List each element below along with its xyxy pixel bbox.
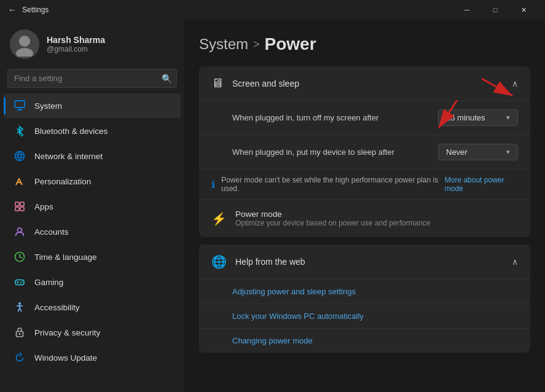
titlebar-controls: ─ □ ✕ [453,0,538,20]
breadcrumb: System > Power [199,34,530,54]
sidebar-item-label-accounts: Accounts [34,227,69,237]
svg-point-25 [18,302,21,305]
svg-rect-14 [15,207,19,211]
back-button[interactable]: ← [7,5,17,15]
breadcrumb-current: Power [265,34,316,54]
apps-nav-icon [14,200,26,213]
sidebar-item-privacy[interactable]: Privacy & security [4,320,181,345]
help-web-title: Help from the web [235,257,305,267]
sleep-dropdown-arrow-icon: ▾ [506,148,510,156]
svg-point-31 [19,333,21,335]
search-input[interactable] [7,69,177,88]
bluetooth-nav-icon [14,125,26,137]
sidebar-item-accessibility[interactable]: Accessibility [4,295,181,319]
monitor-icon: 🖥 [211,76,224,90]
power-mode-title: Power mode [235,210,431,219]
screen-sleep-title: Screen and sleep [232,79,299,88]
screen-off-label: When plugged in, turn off my screen afte… [232,113,378,122]
help-link-1[interactable]: Lock your Windows PC automatically [199,304,530,328]
breadcrumb-parent: System [199,36,248,53]
user-name: Harsh Sharma [47,35,105,45]
time-nav-icon [14,251,26,263]
sleep-row: When plugged in, put my device to sleep … [199,135,530,169]
power-mode-subtitle: Optimize your device based on power use … [235,219,431,227]
screen-sleep-header-left: 🖥 Screen and sleep [211,76,299,90]
titlebar: ← Settings ─ □ ✕ [0,0,545,20]
power-mode-icon: ⚡ [211,211,227,226]
sidebar-item-label-system: System [34,101,62,111]
main-container: Harsh Sharma @gmail.com 🔍 SystemBluetoot… [0,20,545,392]
svg-point-1 [16,48,33,57]
titlebar-left: ← Settings [7,5,49,15]
svg-point-8 [15,152,25,161]
info-row: ℹ Power mode can't be set while the high… [199,169,530,199]
sleep-value: Never [446,147,468,157]
minimize-button[interactable]: ─ [453,0,481,20]
power-mode-text: Power mode Optimize your device based on… [235,210,431,227]
screen-off-value: 15 minutes [446,113,485,122]
sidebar-item-label-network: Network & internet [34,152,103,161]
globe-icon: 🌐 [211,254,227,269]
sidebar-item-network[interactable]: Network & internet [4,144,181,168]
sidebar-item-label-bluetooth: Bluetooth & devices [34,127,108,136]
user-profile[interactable]: Harsh Sharma @gmail.com [0,20,184,66]
svg-point-16 [18,228,22,232]
info-text: Power mode can't be set while the high p… [221,176,439,193]
sidebar-item-label-personalization: Personalization [34,177,91,186]
titlebar-title: Settings [22,6,49,14]
screen-sleep-card: 🖥 Screen and sleep ∧ When plugged in, tu… [199,66,530,237]
update-nav-icon [14,351,26,364]
sidebar-item-label-privacy: Privacy & security [34,328,100,337]
sidebar-item-apps[interactable]: Apps [4,194,181,219]
sidebar-item-update[interactable]: Windows Update [4,345,181,370]
svg-rect-12 [15,202,19,206]
help-web-header[interactable]: 🌐 Help from the web ∧ [199,245,530,279]
avatar [10,29,39,59]
info-link[interactable]: More about power mode [445,176,518,193]
search-icon: 🔍 [162,74,172,84]
sidebar-item-personalization[interactable]: Personalization [4,169,181,194]
search-container: 🔍 [7,69,177,88]
svg-rect-15 [20,207,24,211]
sidebar-item-time[interactable]: Time & language [4,245,181,269]
svg-rect-20 [15,280,24,285]
svg-rect-13 [20,202,24,206]
user-info: Harsh Sharma @gmail.com [47,35,105,53]
sidebar-item-label-accessibility: Accessibility [34,303,80,312]
sleep-label: When plugged in, put my device to sleep … [232,147,394,157]
network-nav-icon [14,150,26,162]
svg-rect-2 [15,101,25,108]
sidebar-item-system[interactable]: System [4,93,181,118]
help-link-0[interactable]: Adjusting power and sleep settings [199,279,530,304]
help-web-card: 🌐 Help from the web ∧ Adjusting power an… [199,245,530,353]
accessibility-nav-icon [14,301,26,313]
breadcrumb-sep: > [253,38,260,51]
sleep-dropdown[interactable]: Never ▾ [438,144,518,160]
close-button[interactable]: ✕ [509,0,538,20]
system-nav-icon [14,100,26,112]
chevron-up-icon: ∧ [512,79,518,88]
sidebar-item-accounts[interactable]: Accounts [4,219,181,244]
sidebar-item-bluetooth[interactable]: Bluetooth & devices [4,119,181,143]
screen-sleep-header[interactable]: 🖥 Screen and sleep ∧ [199,66,530,100]
accounts-nav-icon [14,225,26,238]
sidebar-item-label-update: Windows Update [34,353,97,363]
avatar-icon [10,29,39,59]
gaming-nav-icon [14,276,26,288]
nav-list: SystemBluetooth & devicesNetwork & inter… [0,93,184,370]
sidebar-item-gaming[interactable]: Gaming [4,270,181,294]
sidebar: Harsh Sharma @gmail.com 🔍 SystemBluetoot… [0,20,184,392]
content-area: System > Power [184,20,545,392]
help-web-header-left: 🌐 Help from the web [211,254,305,269]
screen-off-dropdown[interactable]: 15 minutes ▾ [438,109,518,126]
svg-point-23 [22,281,23,283]
privacy-nav-icon [14,326,26,339]
svg-point-0 [19,36,30,47]
screen-off-row: When plugged in, turn off my screen afte… [199,100,530,135]
help-link-2[interactable]: Changing power mode [199,328,530,353]
info-icon: ℹ [211,179,215,190]
help-chevron-up-icon: ∧ [512,257,518,267]
maximize-button[interactable]: □ [481,0,509,20]
svg-point-24 [20,283,22,284]
sidebar-item-label-gaming: Gaming [34,278,63,287]
